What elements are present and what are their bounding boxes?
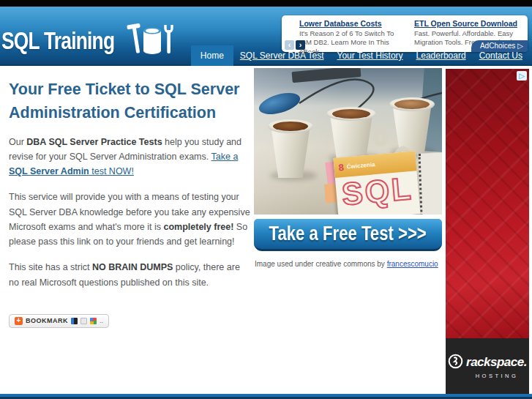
rackspace-hosting-label: HOSTING — [476, 373, 519, 379]
service-paragraph: This service will provide you with a mea… — [9, 190, 252, 249]
delicious-icon[interactable] — [71, 318, 78, 324]
coffee-mug-right — [389, 99, 435, 154]
site-header: SQL Training Lower Database Costs — [0, 7, 532, 66]
coffee-sql-photo: 8 Ćwiczenia SQL — [254, 68, 442, 215]
book-header-text: Ćwiczenia — [346, 161, 375, 170]
text-run: Our — [9, 137, 26, 147]
image-credit: Image used under creative commons by fra… — [255, 260, 438, 268]
content-area: Your Free Ticket to SQL Server Administr… — [0, 66, 532, 394]
spiral-notebook — [419, 152, 442, 215]
page: SQL Training Lower Database Costs — [0, 0, 532, 399]
rackspace-wordmark: rackspace. — [466, 355, 527, 370]
share-icon[interactable] — [90, 318, 97, 324]
nav-item-home[interactable]: Home — [191, 45, 233, 66]
tools-database-icon — [127, 23, 173, 59]
coffee-mug-left — [267, 121, 314, 178]
nav-item-contact-us[interactable]: Contact Us — [473, 45, 529, 66]
book-title: SQL — [335, 171, 420, 212]
side-ad-red-area[interactable]: ▷ — [446, 69, 529, 338]
bold-run: NO BRAIN DUMPS — [92, 262, 173, 272]
site-logo[interactable]: SQL Training — [1, 23, 173, 59]
ad-title-link[interactable]: Lower Database Costs — [299, 19, 407, 29]
nav-item-sql-server-dba-test[interactable]: SQL Server DBA Test — [233, 45, 331, 66]
ad-slot-1[interactable]: Lower Database Costs It's Reason 2 of 6 … — [299, 19, 407, 49]
nav-item-leaderboard[interactable]: Leaderboard — [410, 45, 473, 66]
bookmark-label: BOOKMARK — [26, 317, 68, 324]
bold-run: DBA SQL Server Practice Tests — [26, 137, 162, 147]
more-dots[interactable]: .. — [100, 317, 103, 324]
logo-text: SQL Training — [1, 27, 114, 55]
intro-paragraph: Our DBA SQL Server Practice Tests help y… — [9, 135, 252, 179]
rackspace-icon — [448, 354, 463, 372]
credit-text: Image used under creative commons by — [255, 260, 387, 268]
side-ad-banner[interactable]: ▷ rackspace. HOSTING — [446, 69, 529, 394]
bookmark-button[interactable]: + BOOKMARK .. — [9, 314, 109, 328]
book-logo: 8 — [338, 162, 345, 174]
main-nav: Home SQL Server DBA Test Your Test Histo… — [191, 45, 529, 66]
intro-column: Your Free Ticket to SQL Server Administr… — [9, 78, 252, 328]
take-free-test-button[interactable]: Take a Free Test >>> — [254, 219, 442, 251]
link-run: test NOW! — [89, 166, 134, 176]
adchoices-play-icon[interactable]: ▷ — [517, 71, 527, 81]
cta-label: Take a Free Test >>> — [269, 223, 427, 245]
credit-link[interactable]: francescomucio — [387, 260, 438, 268]
link-bold-run: SQL Server Admin — [9, 166, 89, 176]
ad-title-link[interactable]: ETL Open Source Download — [414, 19, 522, 29]
policy-paragraph: This site has a strict NO BRAIN DUMPS po… — [9, 260, 252, 290]
plus-icon: + — [15, 317, 23, 325]
link-run: Take a — [211, 152, 239, 162]
page-title: Your Free Ticket to SQL Server Administr… — [9, 78, 252, 125]
sql-book: 8 Ćwiczenia SQL — [333, 151, 420, 215]
nav-item-your-test-history[interactable]: Your Test History — [331, 45, 410, 66]
text-run: This site has a strict — [9, 262, 92, 272]
top-black-strip — [0, 0, 532, 7]
rackspace-logo-area[interactable]: rackspace. HOSTING — [446, 338, 529, 394]
digg-icon[interactable] — [80, 318, 87, 324]
footer-bar — [0, 394, 532, 399]
bold-run: completely free! — [163, 222, 233, 232]
